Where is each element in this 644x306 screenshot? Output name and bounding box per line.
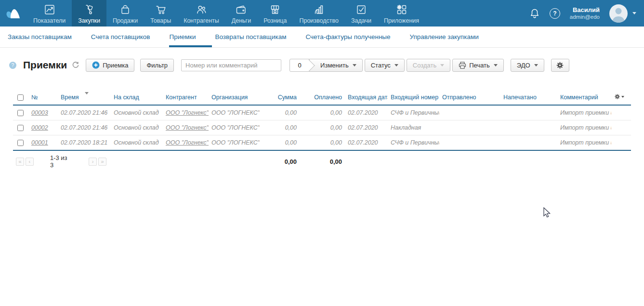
help-glyph: ? bbox=[12, 62, 14, 68]
cell-sum: 0,00 bbox=[260, 120, 300, 135]
edit-label: Изменить bbox=[320, 62, 349, 69]
list-settings-button[interactable] bbox=[551, 59, 569, 72]
page-title: Приемки bbox=[23, 59, 67, 71]
topnav-label: Продажи bbox=[113, 17, 138, 24]
user-email: admin@edo bbox=[570, 13, 600, 20]
column-settings-button[interactable] bbox=[614, 93, 624, 100]
avatar[interactable] bbox=[609, 4, 628, 23]
subnav-item-zakazy-postavshchikam[interactable]: Заказы поставщикам bbox=[8, 27, 72, 47]
toolbar: ? Приемки Приемка Фильтр 0 Изменить Стат… bbox=[9, 58, 644, 72]
document-link[interactable]: 00001 bbox=[31, 139, 48, 146]
header-checkbox-cell bbox=[13, 91, 28, 105]
last-page-button[interactable]: » bbox=[98, 158, 106, 166]
app-logo-icon[interactable] bbox=[0, 0, 27, 27]
page-help-icon[interactable]: ? bbox=[9, 62, 16, 69]
user-name: Василий bbox=[570, 6, 600, 13]
counterparty-link[interactable]: ООО "Логнекс" bbox=[166, 139, 209, 146]
cell-incoming-number: СЧФ и Первичный д bbox=[388, 105, 439, 120]
subnav-item-scheta-faktury[interactable]: Счета-фактуры полученные bbox=[305, 27, 390, 47]
cell-counterparty: ООО "Логнекс" bbox=[163, 120, 209, 135]
row-checkbox[interactable] bbox=[17, 110, 24, 116]
counterparty-link[interactable]: ООО "Логнекс" bbox=[166, 109, 209, 116]
column-header-number[interactable]: № bbox=[28, 91, 58, 105]
help-icon[interactable]: ? bbox=[550, 8, 560, 19]
storefront-icon bbox=[269, 3, 281, 15]
topnav-item-pokazateli[interactable]: Показатели bbox=[27, 0, 72, 27]
column-header-incoming-number[interactable]: Входящий номер bbox=[388, 91, 439, 105]
topnav-item-prodazhi[interactable]: Продажи bbox=[106, 0, 144, 27]
topnav-item-proizvodstvo[interactable]: Производство bbox=[293, 0, 345, 27]
cell-paid: 0,00 bbox=[300, 120, 345, 135]
topnav-item-tovary[interactable]: Товары bbox=[144, 0, 177, 27]
cell-incoming-date: 02.07.2020 bbox=[345, 120, 388, 135]
table-header-row: № Время На склад Контрагент Организация … bbox=[13, 91, 631, 105]
bell-icon[interactable] bbox=[529, 8, 540, 19]
topnav-item-zadachi[interactable]: Задачи bbox=[345, 0, 378, 27]
user-menu[interactable]: Василий admin@edo bbox=[570, 6, 600, 20]
status-dropdown-button[interactable]: Статус bbox=[365, 59, 405, 72]
row-checkbox[interactable] bbox=[17, 125, 24, 131]
column-header-sum[interactable]: Сумма bbox=[260, 91, 300, 105]
chevron-down-icon[interactable] bbox=[632, 12, 636, 14]
first-page-button[interactable]: « bbox=[16, 158, 24, 166]
cell-time: 02.07.2020 18:21 bbox=[58, 135, 111, 151]
edo-dropdown-button[interactable]: ЭДО bbox=[511, 59, 544, 72]
document-link[interactable]: 00002 bbox=[31, 124, 48, 131]
search-input[interactable] bbox=[181, 59, 281, 71]
topnav-item-roznitsa[interactable]: Розница bbox=[257, 0, 293, 27]
main-navigation: Показатели Закупки Продажи Товары Контра… bbox=[27, 0, 425, 27]
subnav-item-scheta-postavshchikov[interactable]: Счета поставщиков bbox=[91, 27, 150, 47]
next-page-button[interactable]: › bbox=[89, 158, 97, 166]
subnav-item-priemki[interactable]: Приемки bbox=[169, 27, 196, 47]
cell-incoming-date: 02.07.2020 bbox=[345, 105, 388, 120]
subnav-item-vozvraty-postavshchikam[interactable]: Возвраты поставщикам bbox=[215, 27, 286, 47]
topnav-item-zakupki[interactable]: Закупки bbox=[72, 0, 106, 27]
column-header-label: Время bbox=[61, 94, 79, 101]
row-checkbox[interactable] bbox=[17, 140, 24, 146]
select-all-checkbox[interactable] bbox=[17, 94, 24, 101]
prev-page-button[interactable]: ‹ bbox=[26, 158, 34, 166]
topnav-label: Товары bbox=[150, 17, 171, 24]
cell-comment: Импорт приемки из bbox=[557, 120, 611, 135]
printer-icon bbox=[459, 62, 466, 69]
column-header-comment[interactable]: Комментарий bbox=[557, 91, 611, 105]
topbar-right: ? Василий admin@edo bbox=[529, 0, 644, 27]
refresh-icon[interactable] bbox=[72, 61, 79, 69]
counterparty-link[interactable]: ООО "Логнекс" bbox=[166, 124, 209, 131]
column-header-printed[interactable]: Напечатано bbox=[500, 91, 557, 105]
apps-grid-icon bbox=[396, 3, 407, 15]
topnav-item-kontragenty[interactable]: Контрагенты bbox=[177, 0, 225, 27]
column-header-paid[interactable]: Оплачено bbox=[300, 91, 345, 105]
cell-time: 02.07.2020 21:46 bbox=[58, 120, 111, 135]
edo-label: ЭДО bbox=[517, 62, 530, 69]
print-dropdown-button[interactable]: Печать bbox=[452, 59, 504, 72]
wallet-icon bbox=[236, 3, 247, 15]
people-icon bbox=[196, 3, 207, 15]
cell-incoming-number: СЧФ и Первичный д bbox=[388, 135, 439, 151]
cell-sent bbox=[439, 135, 500, 151]
column-header-organization[interactable]: Организация bbox=[209, 91, 260, 105]
selected-counter: 0 bbox=[289, 59, 310, 72]
status-label: Статус bbox=[371, 62, 391, 69]
table-gear-icon bbox=[614, 93, 620, 100]
topnav-item-prilozheniya[interactable]: Приложения bbox=[378, 0, 425, 27]
subnav-item-upravlenie-zakupkami[interactable]: Управление закупками bbox=[410, 27, 479, 47]
topnav-label: Производство bbox=[299, 17, 339, 24]
cell-printed bbox=[500, 135, 557, 151]
column-header-time[interactable]: Время bbox=[58, 91, 111, 105]
cell-warehouse: Основной склад bbox=[111, 135, 163, 151]
column-header-incoming-date[interactable]: Входящая дата bbox=[345, 91, 388, 105]
add-priemka-button[interactable]: Приемка bbox=[86, 59, 134, 72]
column-header-counterparty[interactable]: Контрагент bbox=[163, 91, 209, 105]
filter-button[interactable]: Фильтр bbox=[140, 59, 174, 72]
create-dropdown-button[interactable]: Создать bbox=[407, 59, 450, 72]
paid-total: 0,00 bbox=[300, 150, 345, 172]
column-header-warehouse[interactable]: На склад bbox=[111, 91, 163, 105]
cell-sum: 0,00 bbox=[260, 105, 300, 120]
document-link[interactable]: 00003 bbox=[31, 109, 48, 116]
chevron-down-icon bbox=[534, 64, 538, 67]
topnav-item-dengi[interactable]: Деньги bbox=[225, 0, 257, 27]
column-header-sent[interactable]: Отправлено bbox=[439, 91, 500, 105]
edit-dropdown-button[interactable]: Изменить bbox=[309, 59, 363, 72]
create-label: Создать bbox=[413, 62, 436, 69]
